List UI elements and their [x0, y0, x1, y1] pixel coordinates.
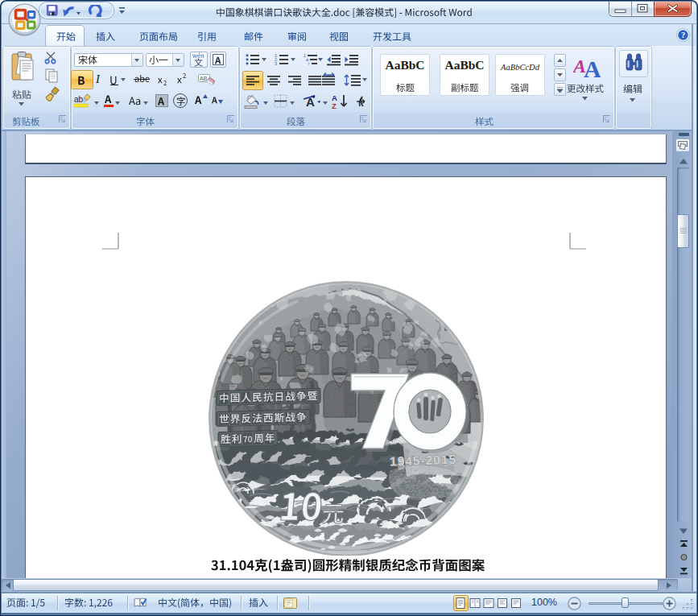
svg-text:ab: ab: [74, 95, 84, 104]
svg-text:3: 3: [275, 61, 277, 66]
svg-text:AB: AB: [200, 76, 208, 81]
svg-text:i: i: [308, 61, 309, 66]
svg-text:?: ?: [681, 31, 685, 39]
svg-text:1945-2015: 1945-2015: [390, 453, 457, 469]
svg-text:Z: Z: [332, 101, 337, 110]
svg-text:A: A: [584, 56, 601, 79]
